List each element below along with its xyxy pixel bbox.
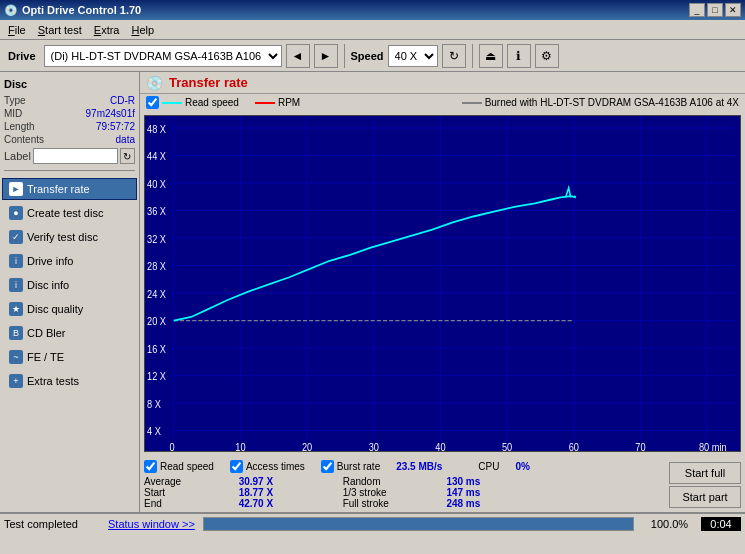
- refresh-button[interactable]: ↻: [442, 44, 466, 68]
- end-label: End: [144, 498, 235, 509]
- disc-type-label: Type: [4, 95, 26, 106]
- speed-label: Speed: [351, 50, 384, 62]
- content-area: 💿 Transfer rate Read speed RPM Burned wi…: [140, 72, 745, 512]
- disc-length-value: 79:57:72: [96, 121, 135, 132]
- disc-mid-label: MID: [4, 108, 22, 119]
- titlebar-left: 💿 Opti Drive Control 1.70: [4, 4, 141, 17]
- average-value: 30.97 X: [239, 476, 327, 487]
- disc-label-input[interactable]: [33, 148, 118, 164]
- svg-text:60: 60: [569, 441, 580, 451]
- content-title: Transfer rate: [169, 75, 248, 90]
- menu-file[interactable]: File: [2, 22, 32, 38]
- svg-text:8 X: 8 X: [147, 398, 161, 410]
- content-icon: 💿: [146, 75, 163, 91]
- disc-section: Disc Type CD-R MID 97m24s01f Length 79:5…: [0, 72, 139, 168]
- random-label: Random: [343, 476, 443, 487]
- maximize-button[interactable]: □: [707, 3, 723, 17]
- start-part-button[interactable]: Start part: [669, 486, 741, 508]
- nav-verify-test-disc[interactable]: ✓ Verify test disc: [2, 226, 137, 248]
- nav-disc-info[interactable]: i Disc info: [2, 274, 137, 296]
- nav-fe-te[interactable]: ~ FE / TE: [2, 346, 137, 368]
- progress-bar-container: [203, 517, 634, 531]
- svg-text:36 X: 36 X: [147, 206, 166, 218]
- nav-extra-tests[interactable]: + Extra tests: [2, 370, 137, 392]
- disc-mid-value: 97m24s01f: [86, 108, 135, 119]
- menu-help[interactable]: Help: [125, 22, 160, 38]
- settings-button[interactable]: ⚙: [535, 44, 559, 68]
- drive-select[interactable]: (Di) HL-DT-ST DVDRAM GSA-4163B A106: [44, 45, 282, 67]
- svg-text:16 X: 16 X: [147, 343, 166, 355]
- nav-fe-te-label: FE / TE: [27, 351, 64, 363]
- svg-text:50: 50: [502, 441, 513, 451]
- close-button[interactable]: ✕: [725, 3, 741, 17]
- check-access-times: Access times: [230, 460, 305, 473]
- sidebar: Disc Type CD-R MID 97m24s01f Length 79:5…: [0, 72, 140, 512]
- disc-contents-row: Contents data: [4, 133, 135, 146]
- checkboxes-row: Read speed Access times Burst rate 23.5 …: [144, 458, 665, 475]
- legend-rpm-color: [255, 102, 275, 104]
- nav-disc-quality[interactable]: ★ Disc quality: [2, 298, 137, 320]
- menu-extra[interactable]: Extra: [88, 22, 126, 38]
- minimize-button[interactable]: _: [689, 3, 705, 17]
- menubar: File Start test Extra Help: [0, 20, 745, 40]
- verify-test-disc-icon: ✓: [9, 230, 23, 244]
- statusbar: Test completed Status window >> 100.0% 0…: [0, 512, 745, 534]
- status-window-link[interactable]: Status window >>: [108, 518, 195, 530]
- progress-percent: 100.0%: [642, 518, 697, 530]
- disc-contents-label: Contents: [4, 134, 44, 145]
- legend-rpm: RPM: [255, 97, 300, 108]
- cpu-value: 0%: [515, 461, 529, 472]
- info-button[interactable]: ℹ: [507, 44, 531, 68]
- chart-svg: 48 X 44 X 40 X 36 X 32 X 28 X 24 X 20 X …: [145, 116, 740, 451]
- nav-cd-bler[interactable]: B CD Bler: [2, 322, 137, 344]
- fe-te-icon: ~: [9, 350, 23, 364]
- eject-button[interactable]: ⏏: [479, 44, 503, 68]
- menu-start-test[interactable]: Start test: [32, 22, 88, 38]
- access-times-checkbox[interactable]: [230, 460, 243, 473]
- random-value: 130 ms: [446, 476, 533, 487]
- nav-transfer-rate[interactable]: ► Transfer rate: [2, 178, 137, 200]
- legend-rpm-label: RPM: [278, 97, 300, 108]
- nav-create-test-disc-label: Create test disc: [27, 207, 103, 219]
- svg-text:0: 0: [170, 441, 176, 451]
- nav-create-test-disc[interactable]: ● Create test disc: [2, 202, 137, 224]
- nav-buttons: ► Transfer rate ● Create test disc ✓ Ver…: [0, 177, 139, 393]
- svg-text:10: 10: [235, 441, 246, 451]
- svg-text:4 X: 4 X: [147, 426, 161, 438]
- chart-legend: Read speed RPM Burned with HL-DT-ST DVDR…: [140, 94, 745, 111]
- extra-tests-icon: +: [9, 374, 23, 388]
- stroke1-value: 147 ms: [446, 487, 533, 498]
- disc-section-title: Disc: [4, 76, 135, 94]
- fullstroke-label: Full stroke: [343, 498, 443, 509]
- nav-extra-tests-label: Extra tests: [27, 375, 79, 387]
- nav-verify-test-disc-label: Verify test disc: [27, 231, 98, 243]
- start-value: 18.77 X: [239, 487, 327, 498]
- disc-label-refresh-button[interactable]: ↻: [120, 148, 135, 164]
- drive-label: Drive: [4, 50, 40, 62]
- check-burst-rate: Burst rate: [321, 460, 380, 473]
- drive-next-button[interactable]: ►: [314, 44, 338, 68]
- app-icon: 💿: [4, 4, 18, 17]
- burst-rate-checkbox[interactable]: [321, 460, 334, 473]
- action-buttons: Start full Start part: [665, 458, 741, 510]
- average-label: Average: [144, 476, 235, 487]
- check-burst-rate-label: Burst rate: [337, 461, 380, 472]
- disc-quality-icon: ★: [9, 302, 23, 316]
- svg-text:20: 20: [302, 441, 313, 451]
- toolbar: Drive (Di) HL-DT-ST DVDRAM GSA-4163B A10…: [0, 40, 745, 72]
- drive-prev-button[interactable]: ◄: [286, 44, 310, 68]
- start-full-button[interactable]: Start full: [669, 462, 741, 484]
- read-speed-checkbox[interactable]: [144, 460, 157, 473]
- speed-select[interactable]: 40 X: [388, 45, 438, 67]
- disc-type-row: Type CD-R: [4, 94, 135, 107]
- titlebar: 💿 Opti Drive Control 1.70 _ □ ✕: [0, 0, 745, 20]
- disc-label-row: Label ↻: [4, 148, 135, 164]
- time-display: 0:04: [701, 517, 741, 531]
- check-read-speed-label: Read speed: [160, 461, 214, 472]
- disc-length-row: Length 79:57:72: [4, 120, 135, 133]
- cd-bler-icon: B: [9, 326, 23, 340]
- svg-text:30: 30: [369, 441, 380, 451]
- chart-container: 48 X 44 X 40 X 36 X 32 X 28 X 24 X 20 X …: [144, 115, 741, 452]
- legend-read-speed-checkbox[interactable]: [146, 96, 159, 109]
- nav-drive-info[interactable]: i Drive info: [2, 250, 137, 272]
